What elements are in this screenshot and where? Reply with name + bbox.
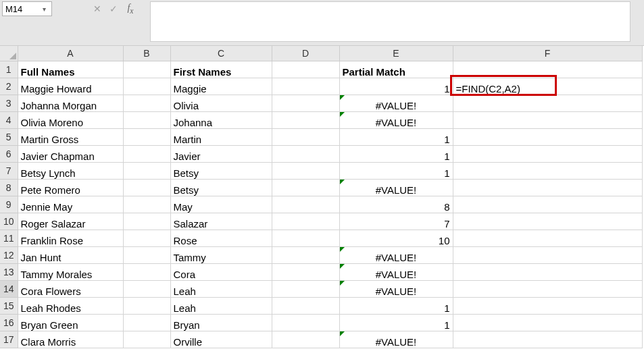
fx-icon[interactable]: fx [122,1,138,16]
cell-C13[interactable]: Cora [170,263,272,280]
select-all-corner[interactable] [0,46,18,61]
cell-D12[interactable] [272,246,339,263]
name-box[interactable]: M14 ▾ [2,1,52,16]
cell-A7[interactable]: Betsy Lynch [18,162,123,179]
cell-A3[interactable]: Johanna Morgan [18,95,123,111]
cell-D13[interactable] [272,263,339,280]
row-header-9[interactable]: 9 [0,196,18,213]
cell-E14[interactable]: #VALUE! [339,280,453,297]
cell-D14[interactable] [272,280,339,297]
cell-F13[interactable] [453,263,642,280]
cell-C16[interactable]: Bryan [170,314,272,331]
cell-B12[interactable] [123,246,170,263]
cell-B3[interactable] [123,95,170,111]
cell-C11[interactable]: Rose [170,230,272,246]
cell-B6[interactable] [123,145,170,162]
cell-E16[interactable]: 1 [339,314,453,331]
row-header-14[interactable]: 14 [0,280,18,297]
cell-D11[interactable] [272,230,339,246]
cell-E4[interactable]: #VALUE! [339,111,453,128]
cell-D15[interactable] [272,297,339,314]
cell-C1[interactable]: First Names [170,61,272,78]
row-header-6[interactable]: 6 [0,145,18,162]
cell-B4[interactable] [123,111,170,128]
col-header-F[interactable]: F [453,46,642,61]
cell-A14[interactable]: Cora Flowers [18,280,123,297]
cell-D8[interactable] [272,179,339,196]
cell-E6[interactable]: 1 [339,145,453,162]
cell-E12[interactable]: #VALUE! [339,246,453,263]
cell-E15[interactable]: 1 [339,297,453,314]
row-header-12[interactable]: 12 [0,246,18,263]
cell-D6[interactable] [272,145,339,162]
cell-D5[interactable] [272,128,339,145]
cell-D9[interactable] [272,196,339,213]
cell-E7[interactable]: 1 [339,162,453,179]
cell-E13[interactable]: #VALUE! [339,263,453,280]
row-header-15[interactable]: 15 [0,297,18,314]
cell-E11[interactable]: 10 [339,230,453,246]
cell-F11[interactable] [453,230,642,246]
cell-B1[interactable] [123,61,170,78]
cell-D3[interactable] [272,95,339,111]
row-header-3[interactable]: 3 [0,95,18,111]
cell-F7[interactable] [453,162,642,179]
cell-A17[interactable]: Clara Morris [18,331,123,348]
cell-A8[interactable]: Pete Romero [18,179,123,196]
row-header-13[interactable]: 13 [0,263,18,280]
cell-B8[interactable] [123,179,170,196]
cell-B15[interactable] [123,297,170,314]
cell-E17[interactable]: #VALUE! [339,331,453,348]
cell-B13[interactable] [123,263,170,280]
cell-C2[interactable]: Maggie [170,78,272,95]
cell-C8[interactable]: Betsy [170,179,272,196]
row-header-1[interactable]: 1 [0,61,18,78]
cell-C4[interactable]: Johanna [170,111,272,128]
cell-C14[interactable]: Leah [170,280,272,297]
cell-A2[interactable]: Maggie Howard [18,78,123,95]
cell-B11[interactable] [123,230,170,246]
cell-C6[interactable]: Javier [170,145,272,162]
cell-C7[interactable]: Betsy [170,162,272,179]
cell-B10[interactable] [123,213,170,230]
cell-E2[interactable]: 1 [339,78,453,95]
cell-D4[interactable] [272,111,339,128]
cell-C5[interactable]: Martin [170,128,272,145]
cell-E9[interactable]: 8 [339,196,453,213]
cell-D1[interactable] [272,61,339,78]
col-header-A[interactable]: A [18,46,123,61]
cell-C3[interactable]: Olivia [170,95,272,111]
name-box-dropdown-icon[interactable]: ▾ [39,5,49,13]
cell-B9[interactable] [123,196,170,213]
cell-F16[interactable] [453,314,642,331]
cell-A16[interactable]: Bryan Green [18,314,123,331]
cell-A15[interactable]: Leah Rhodes [18,297,123,314]
cell-C15[interactable]: Leah [170,297,272,314]
spreadsheet-grid[interactable]: ABCDEF1Full NamesFirst NamesPartial Matc… [0,46,644,348]
cell-D7[interactable] [272,162,339,179]
row-header-5[interactable]: 5 [0,128,18,145]
row-header-8[interactable]: 8 [0,179,18,196]
cell-A1[interactable]: Full Names [18,61,123,78]
cell-B16[interactable] [123,314,170,331]
col-header-E[interactable]: E [339,46,453,61]
cell-F8[interactable] [453,179,642,196]
cell-F1[interactable] [453,61,642,78]
cell-B5[interactable] [123,128,170,145]
cell-F3[interactable] [453,95,642,111]
col-header-C[interactable]: C [170,46,272,61]
cell-E5[interactable]: 1 [339,128,453,145]
cell-C12[interactable]: Tammy [170,246,272,263]
row-header-11[interactable]: 11 [0,230,18,246]
cell-B2[interactable] [123,78,170,95]
cell-A4[interactable]: Olivia Moreno [18,111,123,128]
cell-D17[interactable] [272,331,339,348]
cell-A12[interactable]: Jan Hunt [18,246,123,263]
cell-A11[interactable]: Franklin Rose [18,230,123,246]
cell-B14[interactable] [123,280,170,297]
cell-F10[interactable] [453,213,642,230]
cell-A6[interactable]: Javier Chapman [18,145,123,162]
cell-E10[interactable]: 7 [339,213,453,230]
cell-A5[interactable]: Martin Gross [18,128,123,145]
cell-D16[interactable] [272,314,339,331]
